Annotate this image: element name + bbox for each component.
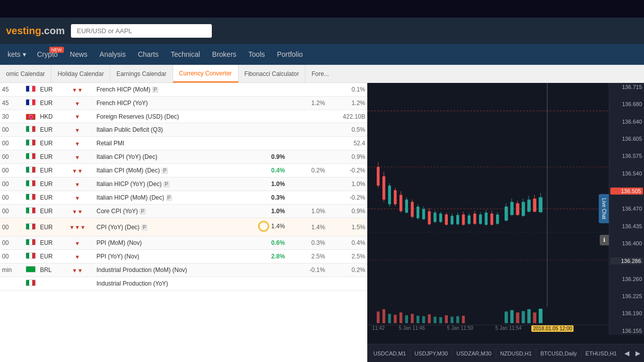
sub-nav-item-earnings[interactable]: Earnings Calendar (110, 65, 173, 82)
svg-rect-65 (382, 309, 385, 323)
forecast-cell (287, 123, 327, 137)
svg-rect-70 (411, 314, 414, 323)
impact-cell: ▼▼▼ (60, 218, 95, 236)
currency-cell: EUR (39, 150, 60, 164)
table-row: 00 EUR ▼ PPI (MoM) (Nov) 0.6% 0.3% 0.4% (0, 236, 367, 250)
table-row: 00 EUR ▼ Italian Public Deficit (Q3) 0.5… (0, 123, 367, 137)
previous-cell: 0.5% (327, 123, 367, 137)
forecast-cell (287, 150, 327, 164)
svg-rect-86 (539, 309, 543, 323)
table-row: min BRL ▼▼ Industrial Production (MoM) (… (0, 263, 367, 277)
nav-item-brokers[interactable]: Brokers (206, 44, 243, 64)
actual-cell: 1.0% (247, 177, 287, 191)
svg-rect-56 (522, 202, 525, 216)
time-label-1: 11:42 (372, 325, 385, 331)
impact-cell: ▼ (60, 150, 95, 164)
previous-cell: 0.2% (327, 263, 367, 277)
flag-cell (23, 177, 39, 191)
nav-item-markets[interactable]: kets ▾ (3, 44, 31, 64)
svg-rect-72 (422, 316, 425, 323)
nav-item-tools[interactable]: Tools (243, 44, 271, 64)
svg-rect-76 (445, 315, 448, 323)
chart-tab-btcusd[interactable]: BTCUSD,Daily (536, 348, 582, 358)
svg-rect-78 (456, 316, 459, 323)
nav-item-news[interactable]: News (64, 44, 94, 64)
actual-cell: 1.0% (247, 205, 287, 218)
event-cell: Industrial Production (YoY) (95, 277, 247, 291)
impact-cell (60, 277, 95, 291)
table-row: Industrial Production (YoY) (0, 277, 367, 291)
currency-cell: EUR (39, 83, 60, 97)
svg-rect-81 (510, 310, 514, 323)
price-label-highlight: 136.286 (610, 257, 643, 264)
chart-tab-arrow-left[interactable]: ◀ (621, 347, 632, 359)
sub-nav-item-economic[interactable]: omic Calendar (0, 65, 51, 82)
economic-table: 45 EUR ▼▼ French HICP (MoM) P 0.1% 45 EU… (0, 83, 367, 291)
previous-cell: 2.5% (327, 250, 367, 263)
flag-cell (23, 83, 39, 97)
price-label-12: 136.190 (609, 310, 644, 316)
chart-tab-arrow-right[interactable]: ▶ (632, 347, 643, 359)
main-content: 45 EUR ▼▼ French HICP (MoM) P 0.1% 45 EU… (0, 83, 644, 362)
flag-cell (23, 191, 39, 205)
forecast-cell: 2.5% (287, 250, 327, 263)
time-cell: 00 (0, 150, 23, 164)
previous-cell: 0.9% (327, 205, 367, 218)
flag-cell (23, 97, 39, 110)
event-cell: Foreign Reserves (USD) (Dec) (95, 110, 247, 123)
price-label-9: 136.400 (609, 240, 644, 246)
time-label-2: 5 Jan 11:46 (398, 325, 425, 331)
chart-tab-ethusd[interactable]: ETHUSD,H1 (582, 348, 621, 358)
sub-nav-item-currency[interactable]: Currency Converter (173, 65, 238, 82)
previous-cell (327, 277, 367, 291)
sub-nav-item-fibonacci[interactable]: Fibonacci Calculator (238, 65, 306, 82)
currency-cell: HKD (39, 110, 60, 123)
search-input[interactable] (71, 24, 212, 38)
nav-label-markets: kets ▾ (8, 50, 26, 58)
price-label-10: 136.260 (609, 276, 644, 282)
nav-item-portfolio[interactable]: Portfolio (271, 44, 309, 64)
time-cell: 45 (0, 83, 23, 97)
nav-item-charts[interactable]: Charts (132, 44, 165, 64)
sub-nav-item-holiday[interactable]: Holiday Calendar (51, 65, 110, 82)
event-cell: Italian HICP (YoY) (Dec) P (95, 177, 247, 191)
svg-rect-71 (417, 316, 420, 323)
event-cell: Core CPI (YoY) P (95, 205, 247, 218)
impact-cell: ▼ (60, 236, 95, 250)
sub-nav-item-forex[interactable]: Fore... (305, 65, 335, 82)
table-row: 00 EUR ▼ Italian HICP (MoM) (Dec) P 0.3%… (0, 191, 367, 205)
event-cell: PPI (YoY) (Nov) (95, 250, 247, 263)
actual-cell (247, 123, 287, 137)
header: vesting.com (0, 18, 644, 44)
nav-item-analysis[interactable]: Analysis (94, 44, 132, 64)
actual-cell (247, 263, 287, 277)
chart-tab-usdzar[interactable]: USDZAR,M30 (452, 348, 496, 358)
flag-cell: 🌺 (23, 110, 39, 123)
svg-rect-75 (439, 317, 442, 323)
nav-label-charts: Charts (138, 50, 158, 58)
chart-tab-usdjpy[interactable]: USDJPY,M30 (411, 348, 452, 358)
flag-cell (23, 250, 39, 263)
table-row: 00 EUR ▼ Retail PMI 52.4 (0, 137, 367, 150)
nav-item-technical[interactable]: Technical (165, 44, 206, 64)
previous-cell: 0.1% (327, 83, 367, 97)
new-badge: NEW (49, 47, 64, 53)
flag-cell (23, 218, 39, 236)
time-cell: 00 (0, 236, 23, 250)
forecast-cell: 1.4% (287, 218, 327, 236)
svg-rect-83 (522, 311, 525, 323)
chart-tabs: USDCAD,M1 USDJPY,M30 USDZAR,M30 NZDUSD,H… (367, 344, 644, 362)
live-chat-button[interactable]: Live Chat (599, 194, 609, 223)
table-row: 00 EUR ▼ Italian HICP (YoY) (Dec) P 1.0%… (0, 177, 367, 191)
forecast-cell (287, 137, 327, 150)
table-row: 00 EUR ▼▼ Core CPI (YoY) P 1.0% 1.0% 0.9… (0, 205, 367, 218)
chart-tab-nzdusd[interactable]: NZDUSD,H1 (496, 348, 536, 358)
sub-nav-label-forex: Fore... (311, 70, 329, 77)
actual-cell: 0.6% (247, 236, 287, 250)
time-cell: min (0, 263, 23, 277)
chart-tab-usdcad[interactable]: USDCAD,M1 (369, 348, 411, 358)
info-button[interactable]: ℹ (600, 235, 609, 245)
svg-rect-79 (462, 316, 465, 323)
time-cell: 00 (0, 123, 23, 137)
nav-item-crypto[interactable]: Crypto NEW (31, 44, 64, 64)
